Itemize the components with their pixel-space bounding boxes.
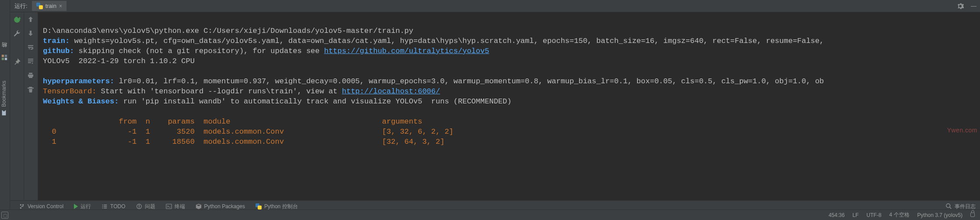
print-icon[interactable] — [27, 72, 35, 80]
hide-icon[interactable]: — — [967, 3, 980, 9]
svg-point-8 — [946, 204, 950, 208]
run-label: 运行: — [14, 2, 28, 10]
console-train-val: weights=yolov5s.pt, cfg=own_datas/yolov5… — [70, 37, 824, 45]
console-github-key: github: — [43, 47, 74, 55]
status-readonly-icon[interactable] — [970, 212, 975, 218]
console-yolo-line: YOLOv5 2022-1-29 torch 1.10.2 CPU — [43, 57, 195, 65]
scroll-to-end-icon[interactable] — [27, 58, 35, 66]
console-wb-key: Weights & Biases: — [43, 97, 119, 106]
problems-icon — [136, 203, 142, 209]
console-hyper-val: lr0=0.01, lrf=0.1, momentum=0.937, weigh… — [114, 77, 824, 85]
arrow-down-icon[interactable] — [27, 30, 35, 38]
console-tb-link[interactable]: http://localhost:6006/ — [342, 87, 440, 96]
pin-icon[interactable] — [13, 58, 21, 66]
console-table-row-1: 1 -1 1 18560 models.common.Conv [32, 64,… — [43, 138, 444, 146]
terminal-icon — [166, 203, 172, 209]
console-tb-key: TensorBoard: — [43, 87, 96, 96]
structure-icon — [2, 54, 8, 60]
console-table-header: from n params module arguments — [43, 117, 422, 126]
svg-rect-0 — [5, 58, 7, 60]
status-line-separator[interactable]: LF — [853, 212, 859, 218]
svg-rect-3 — [2, 55, 4, 57]
toolwindow-python-console-label: Python 控制台 — [264, 203, 298, 210]
status-encoding[interactable]: UTF-8 — [867, 212, 882, 218]
toolwindow-run-label: 运行 — [80, 203, 91, 210]
toolwindow-toggle-icon[interactable]: ▢ — [1, 212, 8, 219]
lock-icon — [970, 213, 975, 217]
run-tab-train[interactable]: train × — [32, 1, 66, 11]
svg-rect-5 — [139, 205, 140, 207]
sidebar-tab-structure[interactable]: 结构 — [0, 48, 9, 64]
run-tool-header: 运行: train × — — [10, 0, 980, 12]
status-interpreter[interactable]: Python 3.7 (yolov5) — [917, 212, 962, 218]
wrench-icon[interactable] — [13, 30, 21, 38]
arrow-up-icon[interactable] — [27, 16, 35, 24]
sidebar-tab-bookmarks-label: Bookmarks — [1, 81, 7, 107]
play-icon — [74, 204, 78, 209]
console-exec-line: D:\anaconda3\envs\yolov5\python.exe C:/U… — [43, 27, 413, 35]
svg-rect-1 — [2, 58, 4, 60]
console-github-link[interactable]: https://github.com/ultralytics/yolov5 — [324, 47, 489, 55]
rerun-icon[interactable] — [13, 16, 21, 24]
python-icon — [256, 203, 262, 209]
sidebar-tab-bookmarks[interactable]: Bookmarks — [0, 77, 8, 119]
left-tool-rail: 结构 Bookmarks — [0, 0, 10, 220]
toolwindow-event-log-label: 事件日志 — [955, 203, 976, 210]
event-log-icon — [946, 203, 952, 209]
console-tb-val-pre: Start with 'tensorboard --logdir runs\tr… — [96, 87, 342, 96]
toolwindow-version-control-label: Version Control — [28, 203, 63, 209]
console-table-row-0: 0 -1 1 3520 models.common.Conv [3, 32, 6… — [43, 128, 454, 136]
console-hyper-key: hyperparameters: — [43, 77, 114, 85]
close-icon[interactable]: × — [59, 3, 62, 9]
toolwindow-problems-label: 问题 — [145, 203, 155, 210]
console-wb-val: run 'pip install wandb' to automatically… — [119, 97, 511, 106]
todo-icon — [102, 203, 108, 209]
svg-rect-2 — [5, 55, 7, 57]
console-train-key: train: — [43, 37, 70, 45]
toolwindow-todo-label: TODO — [110, 203, 125, 209]
watermark: Ywen.com — [947, 125, 977, 135]
toolwindow-terminal-label: 终端 — [175, 203, 185, 210]
packages-icon — [196, 203, 202, 209]
toolwindow-event-log[interactable]: 事件日志 — [946, 203, 976, 210]
svg-rect-6 — [139, 207, 140, 208]
trash-icon[interactable] — [27, 86, 35, 94]
run-gutter-secondary — [24, 12, 38, 204]
toolwindow-python-packages-label: Python Packages — [204, 203, 245, 209]
run-tab-label: train — [46, 3, 56, 9]
soft-wrap-icon[interactable] — [27, 44, 35, 52]
status-cursor-position[interactable]: 454:36 — [829, 212, 845, 218]
bookmark-icon — [1, 110, 7, 116]
status-bar: ▢ 454:36 LF UTF-8 4 个空格 Python 3.7 (yolo… — [0, 209, 980, 220]
run-console[interactable]: D:\anaconda3\envs\yolov5\python.exe C:/U… — [38, 12, 980, 204]
status-indent[interactable]: 4 个空格 — [889, 211, 910, 219]
console-github-val-pre: skipping check (not a git repository), f… — [74, 47, 324, 55]
stop-icon[interactable] — [13, 44, 21, 52]
gear-icon[interactable] — [953, 3, 967, 10]
branch-icon — [19, 203, 25, 209]
run-gutter-primary — [10, 12, 24, 204]
python-file-icon — [36, 3, 43, 9]
